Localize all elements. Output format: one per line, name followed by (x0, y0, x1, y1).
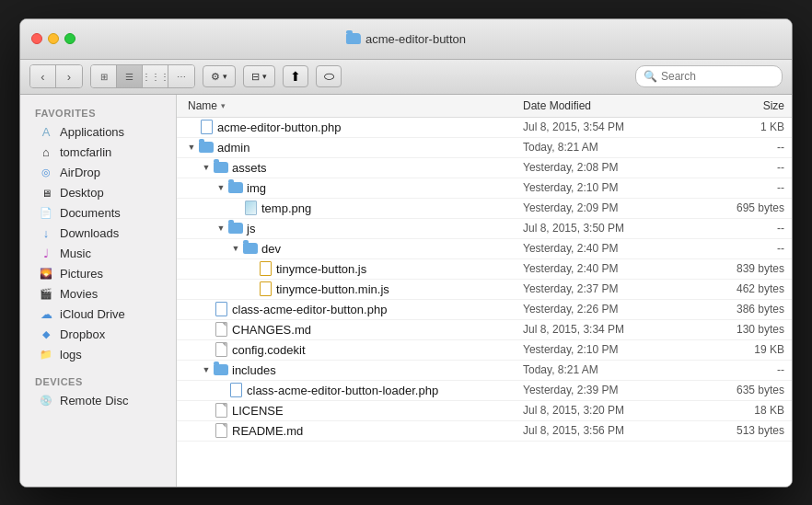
action-button[interactable]: ⚙ ▾ (203, 65, 236, 87)
disclosure-triangle[interactable]: ▼ (199, 160, 214, 175)
sidebar-item-documents[interactable]: 📄 Documents (24, 203, 172, 224)
table-row[interactable]: acme-editor-button.phpJul 8, 2015, 3:54 … (177, 118, 792, 138)
sidebar-item-applications[interactable]: A Applications (24, 122, 172, 143)
file-date: Yesterday, 2:09 PM (516, 200, 700, 216)
table-row[interactable]: CHANGES.mdJul 8, 2015, 3:34 PM130 bytes (177, 320, 792, 340)
view-buttons: ⊞ ☰ ⋮⋮⋮ ⋯ (90, 64, 195, 88)
list-view-button[interactable]: ☰ (117, 65, 143, 87)
sidebar-item-airdrop[interactable]: ◎ AirDrop (24, 163, 172, 183)
folder-icon (214, 364, 228, 375)
sidebar-item-music[interactable]: ♩ Music (24, 244, 172, 264)
generic-file-icon (215, 342, 227, 357)
table-row[interactable]: class-acme-editor-button-loader.phpYeste… (177, 381, 792, 401)
sidebar-item-icloud[interactable]: ☁ iCloud Drive (24, 304, 172, 325)
generic-file-icon (215, 403, 227, 418)
table-row[interactable]: README.mdJul 8, 2015, 3:56 PM513 bytes (177, 421, 792, 442)
table-row[interactable]: config.codekitYesterday, 2:10 PM19 KB (177, 340, 792, 361)
sidebar-item-downloads[interactable]: ↓ Downloads (24, 224, 172, 244)
file-size: 513 bytes (700, 422, 792, 439)
logs-label: logs (60, 348, 82, 362)
file-size: -- (700, 139, 792, 155)
disclosure-triangle[interactable]: ▼ (184, 140, 199, 155)
file-size: 695 bytes (700, 200, 792, 216)
logs-icon: 📁 (39, 348, 53, 362)
table-row[interactable]: class-acme-editor-button.phpYesterday, 2… (177, 300, 792, 320)
file-name: class-acme-editor-button.php (232, 303, 387, 316)
file-date: Yesterday, 2:10 PM (516, 179, 700, 196)
column-name[interactable]: Name ▾ (177, 98, 516, 114)
chevron-down-icon: ▾ (223, 72, 227, 81)
maximize-button[interactable] (64, 33, 75, 44)
icon-view-button[interactable]: ⊞ (91, 65, 117, 87)
remote-disc-label: Remote Disc (60, 394, 128, 407)
search-icon: 🔍 (644, 70, 657, 83)
file-size: 18 KB (700, 402, 792, 419)
window-title: acme-editor-button (346, 32, 466, 46)
file-date: Yesterday, 2:10 PM (516, 341, 700, 358)
tag-button[interactable]: ⬭ (316, 65, 342, 87)
file-name: assets (232, 161, 267, 175)
file-list: Name ▾ Date Modified Size acme-editor-bu… (177, 95, 792, 487)
sidebar-item-dropbox[interactable]: ◆ Dropbox (24, 325, 172, 345)
table-row[interactable]: ▼adminToday, 8:21 AM-- (177, 138, 792, 158)
movies-icon: 🎬 (39, 287, 53, 302)
table-row[interactable]: tinymce-button.jsYesterday, 2:40 PM839 b… (177, 259, 792, 280)
column-date[interactable]: Date Modified (516, 98, 700, 114)
disclosure-triangle (228, 201, 243, 215)
table-row[interactable]: ▼imgYesterday, 2:10 PM-- (177, 178, 792, 199)
close-button[interactable] (31, 33, 42, 44)
table-row[interactable]: ▼devYesterday, 2:40 PM-- (177, 239, 792, 259)
sidebar-item-logs[interactable]: 📁 logs (24, 345, 172, 365)
file-date: Yesterday, 2:39 PM (516, 382, 700, 398)
folder-icon (228, 182, 243, 193)
coverflow-view-button[interactable]: ⋯ (168, 65, 194, 87)
disclosure-triangle[interactable]: ▼ (214, 221, 228, 235)
dropbox-label: Dropbox (60, 327, 105, 341)
forward-button[interactable]: › (56, 65, 82, 87)
sidebar-item-pictures[interactable]: 🌄 Pictures (24, 264, 172, 284)
traffic-lights (31, 33, 75, 44)
search-box[interactable]: 🔍 (635, 65, 783, 87)
disclosure-triangle[interactable]: ▼ (214, 180, 228, 195)
search-input[interactable] (661, 70, 774, 83)
airdrop-icon: ◎ (39, 166, 53, 180)
share-button[interactable]: ⬆ (283, 65, 308, 87)
table-row[interactable]: ▼jsJul 8, 2015, 3:50 PM-- (177, 219, 792, 239)
desktop-label: Desktop (60, 186, 104, 200)
sidebar: Favorites A Applications ⌂ tomcfarlin ◎ … (20, 95, 177, 487)
disclosure-triangle[interactable]: ▼ (199, 362, 214, 377)
table-row[interactable]: temp.pngYesterday, 2:09 PM695 bytes (177, 199, 792, 219)
table-row[interactable]: LICENSEJul 8, 2015, 3:20 PM18 KB (177, 401, 792, 421)
arrange-button[interactable]: ⊟ ▾ (243, 65, 275, 87)
file-size: -- (700, 220, 792, 236)
sidebar-item-remote-disc[interactable]: 💿 Remote Disc (24, 391, 172, 411)
sidebar-item-tomcfarlin[interactable]: ⌂ tomcfarlin (24, 143, 172, 163)
table-row[interactable]: tinymce-button.min.jsYesterday, 2:37 PM4… (177, 280, 792, 300)
file-size: 386 bytes (700, 301, 792, 317)
dropbox-icon: ◆ (39, 327, 53, 342)
file-date: Yesterday, 2:08 PM (516, 159, 700, 176)
sidebar-item-movies[interactable]: 🎬 Movies (24, 284, 172, 304)
file-size: -- (700, 240, 792, 257)
file-name: LICENSE (232, 404, 284, 418)
table-row[interactable]: ▼includesToday, 8:21 AM-- (177, 361, 792, 381)
column-view-button[interactable]: ⋮⋮⋮ (143, 65, 168, 87)
pictures-icon: 🌄 (39, 267, 53, 281)
arrange-chevron-icon: ▾ (262, 72, 267, 81)
nav-buttons: ‹ › (29, 64, 83, 88)
file-date: Yesterday, 2:37 PM (516, 281, 700, 297)
generic-file-icon (215, 322, 227, 337)
file-size: 19 KB (700, 341, 792, 358)
minimize-button[interactable] (48, 33, 59, 44)
disclosure-triangle[interactable]: ▼ (228, 241, 243, 256)
table-row[interactable]: ▼assetsYesterday, 2:08 PM-- (177, 158, 792, 178)
column-size[interactable]: Size (700, 98, 792, 114)
file-name: CHANGES.md (232, 323, 311, 337)
file-date: Today, 8:21 AM (516, 139, 700, 155)
movies-label: Movies (60, 287, 98, 301)
sidebar-item-desktop[interactable]: 🖥 Desktop (24, 183, 172, 203)
file-name: img (247, 181, 266, 195)
generic-file-icon (215, 423, 227, 438)
js-file-icon (260, 261, 272, 276)
back-button[interactable]: ‹ (30, 65, 56, 87)
